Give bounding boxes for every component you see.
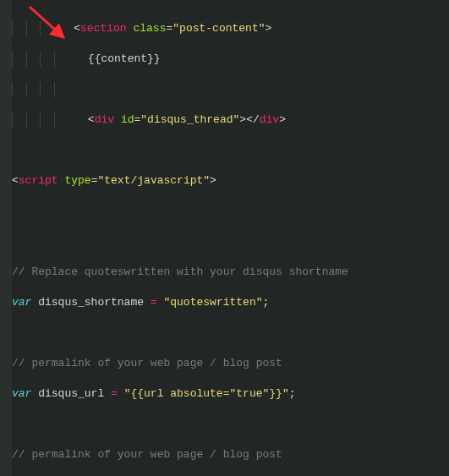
code-editor[interactable]: <section class="post-content"> {{content… xyxy=(0,0,449,476)
editor-gutter xyxy=(0,0,12,476)
code-content: <section class="post-content"> {{content… xyxy=(12,6,449,476)
